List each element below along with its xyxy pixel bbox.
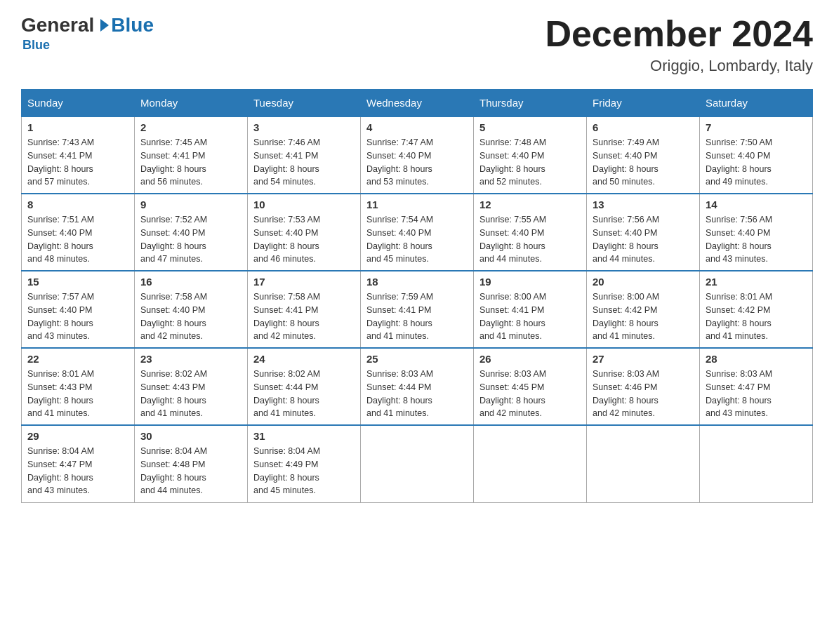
table-row: 3 Sunrise: 7:46 AM Sunset: 4:41 PM Dayli… [248,116,361,194]
day-info: Sunrise: 7:57 AM Sunset: 4:40 PM Dayligh… [27,290,128,343]
table-row: 5 Sunrise: 7:48 AM Sunset: 4:40 PM Dayli… [474,116,587,194]
table-row: 10 Sunrise: 7:53 AM Sunset: 4:40 PM Dayl… [248,194,361,271]
month-title: December 2024 [545,14,813,54]
table-row: 7 Sunrise: 7:50 AM Sunset: 4:40 PM Dayli… [700,116,813,194]
day-number: 3 [253,121,355,133]
table-row: 28 Sunrise: 8:03 AM Sunset: 4:47 PM Dayl… [700,348,813,425]
day-number: 19 [479,276,581,288]
table-row [587,425,700,502]
day-number: 28 [706,353,807,365]
day-number: 20 [593,276,694,288]
day-info: Sunrise: 8:01 AM Sunset: 4:42 PM Dayligh… [706,290,807,343]
day-number: 16 [140,276,241,288]
day-number: 25 [366,353,468,365]
table-row: 9 Sunrise: 7:52 AM Sunset: 4:40 PM Dayli… [135,194,248,271]
day-number: 21 [706,276,807,288]
table-row: 1 Sunrise: 7:43 AM Sunset: 4:41 PM Dayli… [22,116,135,194]
table-row: 20 Sunrise: 8:00 AM Sunset: 4:42 PM Dayl… [587,271,700,348]
day-info: Sunrise: 8:03 AM Sunset: 4:45 PM Dayligh… [479,368,581,420]
day-number: 5 [479,121,581,133]
table-row: 18 Sunrise: 7:59 AM Sunset: 4:41 PM Dayl… [361,271,474,348]
table-row: 22 Sunrise: 8:01 AM Sunset: 4:43 PM Dayl… [22,348,135,425]
table-row: 15 Sunrise: 7:57 AM Sunset: 4:40 PM Dayl… [22,271,135,348]
table-row: 25 Sunrise: 8:03 AM Sunset: 4:44 PM Dayl… [361,348,474,425]
table-row: 23 Sunrise: 8:02 AM Sunset: 4:43 PM Dayl… [135,348,248,425]
day-number: 24 [253,353,355,365]
col-monday: Monday [135,90,248,117]
day-number: 30 [140,430,241,442]
day-number: 13 [593,199,694,210]
table-row: 29 Sunrise: 8:04 AM Sunset: 4:47 PM Dayl… [22,425,135,502]
day-info: Sunrise: 8:00 AM Sunset: 4:42 PM Dayligh… [593,290,694,343]
table-row: 26 Sunrise: 8:03 AM Sunset: 4:45 PM Dayl… [474,348,587,425]
day-info: Sunrise: 7:45 AM Sunset: 4:41 PM Dayligh… [140,136,241,189]
day-number: 26 [479,353,581,365]
day-number: 11 [366,199,468,210]
day-number: 29 [27,430,128,442]
day-info: Sunrise: 7:49 AM Sunset: 4:40 PM Dayligh… [593,136,694,189]
calendar-week-row: 8 Sunrise: 7:51 AM Sunset: 4:40 PM Dayli… [22,194,813,271]
day-number: 27 [593,353,694,365]
day-info: Sunrise: 7:56 AM Sunset: 4:40 PM Dayligh… [706,213,807,266]
col-thursday: Thursday [474,90,587,117]
day-info: Sunrise: 8:02 AM Sunset: 4:43 PM Dayligh… [140,368,241,420]
day-number: 2 [140,121,241,133]
day-number: 4 [366,121,468,133]
day-number: 14 [706,199,807,210]
day-info: Sunrise: 7:52 AM Sunset: 4:40 PM Dayligh… [140,213,241,266]
table-row: 27 Sunrise: 8:03 AM Sunset: 4:46 PM Dayl… [587,348,700,425]
col-friday: Friday [587,90,700,117]
table-row: 2 Sunrise: 7:45 AM Sunset: 4:41 PM Dayli… [135,116,248,194]
day-info: Sunrise: 7:47 AM Sunset: 4:40 PM Dayligh… [366,136,468,189]
day-number: 23 [140,353,241,365]
day-info: Sunrise: 7:43 AM Sunset: 4:41 PM Dayligh… [27,136,128,189]
table-row: 11 Sunrise: 7:54 AM Sunset: 4:40 PM Dayl… [361,194,474,271]
calendar-week-row: 1 Sunrise: 7:43 AM Sunset: 4:41 PM Dayli… [22,116,813,194]
logo-blue-text: Blue [111,14,154,36]
calendar-week-row: 29 Sunrise: 8:04 AM Sunset: 4:47 PM Dayl… [22,425,813,502]
day-info: Sunrise: 7:54 AM Sunset: 4:40 PM Dayligh… [366,213,468,266]
col-sunday: Sunday [22,90,135,117]
page-header: General Blue Blue December 2024 Origgio,… [21,14,813,75]
table-row: 17 Sunrise: 7:58 AM Sunset: 4:41 PM Dayl… [248,271,361,348]
day-info: Sunrise: 8:04 AM Sunset: 4:47 PM Dayligh… [27,445,128,497]
day-number: 7 [706,121,807,133]
day-info: Sunrise: 7:48 AM Sunset: 4:40 PM Dayligh… [479,136,581,189]
day-number: 1 [27,121,128,133]
day-number: 31 [253,430,355,442]
day-number: 9 [140,199,241,210]
table-row: 24 Sunrise: 8:02 AM Sunset: 4:44 PM Dayl… [248,348,361,425]
day-info: Sunrise: 8:03 AM Sunset: 4:47 PM Dayligh… [706,368,807,420]
logo-icon [95,18,110,33]
table-row: 21 Sunrise: 8:01 AM Sunset: 4:42 PM Dayl… [700,271,813,348]
day-info: Sunrise: 8:04 AM Sunset: 4:49 PM Dayligh… [253,445,355,497]
col-wednesday: Wednesday [361,90,474,117]
calendar-table: Sunday Monday Tuesday Wednesday Thursday… [21,89,813,503]
day-info: Sunrise: 8:03 AM Sunset: 4:44 PM Dayligh… [366,368,468,420]
logo-general-text: General [21,14,94,36]
table-row: 13 Sunrise: 7:56 AM Sunset: 4:40 PM Dayl… [587,194,700,271]
table-row: 12 Sunrise: 7:55 AM Sunset: 4:40 PM Dayl… [474,194,587,271]
table-row [361,425,474,502]
svg-marker-0 [100,19,109,32]
logo-subtitle: Blue [22,38,50,53]
day-info: Sunrise: 7:50 AM Sunset: 4:40 PM Dayligh… [706,136,807,189]
day-info: Sunrise: 7:58 AM Sunset: 4:41 PM Dayligh… [253,290,355,343]
day-info: Sunrise: 8:03 AM Sunset: 4:46 PM Dayligh… [593,368,694,420]
table-row: 19 Sunrise: 8:00 AM Sunset: 4:41 PM Dayl… [474,271,587,348]
day-info: Sunrise: 7:51 AM Sunset: 4:40 PM Dayligh… [27,213,128,266]
table-row: 16 Sunrise: 7:58 AM Sunset: 4:40 PM Dayl… [135,271,248,348]
col-tuesday: Tuesday [248,90,361,117]
day-number: 17 [253,276,355,288]
location-title: Origgio, Lombardy, Italy [545,57,813,75]
day-info: Sunrise: 8:04 AM Sunset: 4:48 PM Dayligh… [140,445,241,497]
day-number: 10 [253,199,355,210]
calendar-week-row: 15 Sunrise: 7:57 AM Sunset: 4:40 PM Dayl… [22,271,813,348]
table-row: 8 Sunrise: 7:51 AM Sunset: 4:40 PM Dayli… [22,194,135,271]
table-row: 6 Sunrise: 7:49 AM Sunset: 4:40 PM Dayli… [587,116,700,194]
day-number: 8 [27,199,128,210]
day-info: Sunrise: 7:53 AM Sunset: 4:40 PM Dayligh… [253,213,355,266]
day-info: Sunrise: 7:55 AM Sunset: 4:40 PM Dayligh… [479,213,581,266]
day-number: 12 [479,199,581,210]
logo: General Blue Blue [21,14,154,53]
